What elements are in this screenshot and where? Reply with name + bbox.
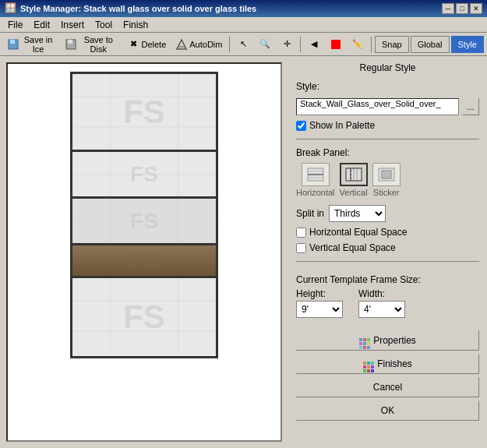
toolbar-separator-1 <box>229 37 230 52</box>
window-title: Style Manager: Stack wall glass over sol… <box>20 4 256 13</box>
divider-2 <box>296 261 479 262</box>
autodim-icon <box>175 38 188 51</box>
width-label: Width: <box>358 288 405 299</box>
fs-label-small1: FS <box>130 162 158 187</box>
preview-canvas: FS FS <box>6 62 282 442</box>
preview-panel: FS FS <box>0 56 288 448</box>
width-select[interactable]: 4' 3' 5' <box>358 301 405 318</box>
minimize-button[interactable]: ─ <box>442 3 454 14</box>
panel-stack: FS FS <box>70 72 218 358</box>
red-icon-button[interactable] <box>326 35 346 54</box>
global-tab[interactable]: Global <box>411 36 450 53</box>
fs-label-bottom: FS <box>123 298 165 336</box>
divider-1 <box>296 139 479 139</box>
save-to-disk-button[interactable]: Save to Disk <box>61 35 122 54</box>
menu-edit[interactable]: Edit <box>29 19 55 31</box>
fs-label-top: FS <box>123 93 165 131</box>
finishes-icon <box>363 356 374 372</box>
maximize-button[interactable]: □ <box>456 3 468 14</box>
title-buttons: ─ □ ✕ <box>442 3 482 14</box>
solid-brown-section: FS <box>72 245 216 278</box>
svg-point-30 <box>350 174 351 175</box>
autodim-label: AutoDim <box>189 40 222 49</box>
frame-section: Current Template Frame Size: Height: 9' … <box>296 274 479 323</box>
fs-label-small2: FS <box>130 209 158 234</box>
split-select[interactable]: Thirds Halves Quarters <box>329 205 386 222</box>
autodim-button[interactable]: AutoDim <box>171 35 226 54</box>
break-sticker-item: Sticker <box>372 163 401 197</box>
style-tab[interactable]: Style <box>451 36 484 53</box>
height-label: Height: <box>296 288 343 299</box>
properties-label: Properties <box>373 335 416 346</box>
svg-rect-1 <box>10 40 15 44</box>
style-input[interactable]: Stack_Wall_Glass_over_Solid_over_ <box>296 98 459 115</box>
move-tool-button[interactable]: ✛ <box>277 35 297 54</box>
pencil-button[interactable]: ✏️ <box>348 35 368 54</box>
cancel-button[interactable]: Cancel <box>296 377 479 397</box>
break-vertical-item: Vertical <box>340 163 368 197</box>
show-in-palette-checkbox[interactable] <box>296 121 306 131</box>
split-row: Split in Thirds Halves Quarters <box>296 205 479 222</box>
ok-label: OK <box>381 405 394 416</box>
red-square-icon <box>330 38 342 51</box>
vertical-equal-space-row: Vertical Equal Space <box>296 242 479 253</box>
section-title: Regular Style <box>296 62 479 73</box>
delete-button[interactable]: ✖ Delete <box>123 35 170 54</box>
horizontal-equal-space-row: Horizontal Equal Space <box>296 227 479 238</box>
width-item: Width: 4' 3' 5' <box>358 288 405 318</box>
show-in-palette-row: Show In Palette <box>296 120 479 131</box>
break-panel-section: Break Panel: Horizontal <box>296 147 479 197</box>
save-in-ice-button[interactable]: Save in Ice <box>3 35 59 54</box>
search-tool-button[interactable]: 🔍 <box>255 35 275 54</box>
break-vertical-button[interactable] <box>340 163 368 186</box>
split-in-label: Split in <box>296 208 324 219</box>
break-icons-row: Horizontal Vertical <box>296 163 479 197</box>
break-horizontal-button[interactable] <box>302 163 330 186</box>
main-content: FS FS <box>0 56 487 448</box>
save-ice-label: Save in Ice <box>21 35 55 54</box>
close-button[interactable]: ✕ <box>470 3 482 14</box>
break-sticker-button[interactable] <box>372 163 401 186</box>
ok-button[interactable]: OK <box>296 400 479 421</box>
menu-insert[interactable]: Insert <box>56 19 89 31</box>
properties-button[interactable]: Properties <box>296 330 479 351</box>
style-more-button[interactable]: ... <box>462 98 479 115</box>
menu-finish[interactable]: Finish <box>118 19 153 31</box>
break-panel-label: Break Panel: <box>296 147 479 158</box>
show-in-palette-label: Show In Palette <box>309 120 375 131</box>
style-label: Style: <box>296 81 479 92</box>
svg-rect-6 <box>331 40 341 49</box>
save-ice-icon <box>7 38 19 51</box>
width-select-row: 4' 3' 5' <box>358 301 405 318</box>
app-icon: 🪟 <box>5 2 17 15</box>
arrow-left-button[interactable]: ◀ <box>304 35 324 54</box>
height-item: Height: 9' 8' 10' <box>296 288 343 318</box>
vertical-equal-space-label: Vertical Equal Space <box>309 242 396 253</box>
glass-small-1-section: FS <box>72 152 216 199</box>
menu-bar: File Edit Insert Tool Finish <box>0 17 487 33</box>
horizontal-equal-space-label: Horizontal Equal Space <box>309 227 407 238</box>
controls-panel: Regular Style Style: Stack_Wall_Glass_ov… <box>288 56 487 448</box>
save-disk-label: Save to Disk <box>79 35 118 54</box>
menu-tool[interactable]: Tool <box>90 19 117 31</box>
properties-icon <box>359 333 370 349</box>
current-frame-size-label: Current Template Frame Size: <box>296 274 479 285</box>
vertical-equal-space-checkbox[interactable] <box>296 243 306 253</box>
finishes-button[interactable]: Finishes <box>296 354 479 374</box>
svg-point-31 <box>350 178 351 179</box>
svg-rect-33 <box>382 171 391 178</box>
fs-label-brown: FS <box>130 249 158 273</box>
height-select[interactable]: 9' 8' 10' <box>296 301 343 318</box>
horizontal-equal-space-checkbox[interactable] <box>296 228 306 238</box>
menu-file[interactable]: File <box>3 19 27 31</box>
break-vertical-label: Vertical <box>340 188 368 197</box>
height-select-row: 9' 8' 10' <box>296 301 343 318</box>
svg-marker-4 <box>177 40 186 49</box>
svg-rect-3 <box>68 40 72 44</box>
snap-tab[interactable]: Snap <box>375 36 409 53</box>
finishes-label: Finishes <box>377 358 412 369</box>
title-bar: 🪟 Style Manager: Stack wall glass over s… <box>0 0 487 17</box>
select-tool-button[interactable]: ↖ <box>233 35 253 54</box>
toolbar-separator-3 <box>371 37 372 52</box>
height-width-row: Height: 9' 8' 10' Width: 4' 3' <box>296 288 479 318</box>
